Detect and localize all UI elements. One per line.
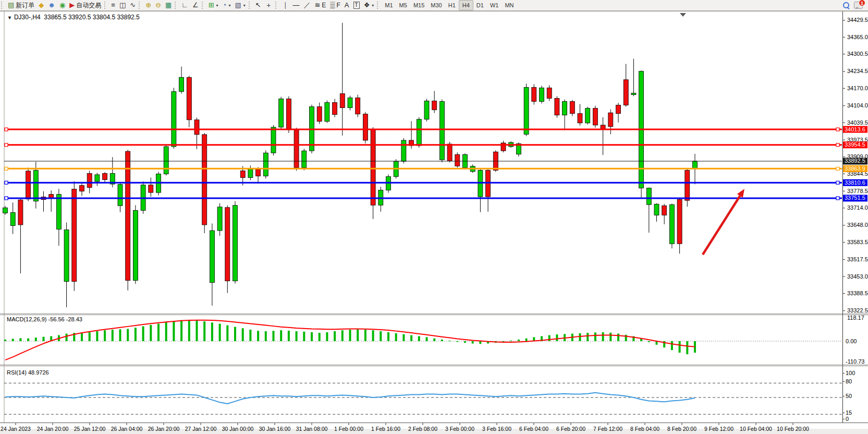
chart-collapse-icon[interactable]: ▼: [7, 15, 12, 20]
candle-body: [608, 113, 613, 127]
macd-histogram-bar: [211, 322, 213, 341]
time-tick-label: 24 Jan 20:00: [37, 426, 69, 432]
timeframe-button-h1[interactable]: H1: [445, 1, 459, 10]
macd-histogram-bar: [617, 334, 619, 341]
timeframe-button-m15[interactable]: M15: [410, 1, 427, 10]
candle-body: [164, 147, 168, 174]
level-edge-marker: [5, 143, 8, 147]
bar-chart-mode-button[interactable]: ≡: [109, 1, 117, 10]
fibonacci-tool-button-label: F: [337, 2, 340, 9]
dropdown-caret-icon: ▾: [216, 3, 218, 8]
candle-body: [333, 103, 337, 115]
candle-body: [118, 184, 123, 206]
price-level-badge-label: 33863.9: [845, 165, 865, 172]
timeframe-button-m5[interactable]: M5: [396, 1, 410, 10]
timeframe-button-d1[interactable]: D1: [473, 1, 487, 10]
candle-body: [677, 199, 682, 244]
toolbar-right-group: 1: [843, 2, 868, 9]
text-label-tool-button[interactable]: T: [351, 1, 362, 10]
equidistant-channel-tool-icon: ≋: [314, 2, 320, 9]
macd-histogram-bar: [203, 321, 205, 341]
timeframe-button-w1[interactable]: W1: [487, 1, 502, 10]
timeframe-button-h4[interactable]: H4: [459, 0, 473, 10]
level-edge-marker: [836, 128, 839, 131]
crosshair-tool-button[interactable]: ＋: [263, 1, 274, 10]
macd-histogram-bar: [372, 330, 374, 341]
candle-body: [432, 101, 437, 110]
macd-histogram-bar: [249, 330, 251, 341]
candle-body: [631, 93, 636, 94]
candle-body: [348, 98, 352, 107]
zoom-out-button[interactable]: ⊖: [153, 1, 163, 10]
line-chart-mode-button[interactable]: ∿: [128, 1, 138, 10]
trendline-tool-button[interactable]: ／: [301, 1, 312, 10]
candle-body: [286, 99, 291, 129]
arrows-tool-button[interactable]: ❖▾: [362, 1, 376, 10]
chart-template-button[interactable]: ▧▾: [233, 1, 247, 10]
candle-body: [26, 171, 31, 199]
search-icon[interactable]: [843, 2, 850, 9]
candle-body: [149, 185, 153, 193]
chart-area[interactable]: 34429.534365.034300.534234.534170.034104…: [0, 0, 868, 434]
toolbar-drag-handle: [202, 2, 205, 9]
indicators-window-button[interactable]: ∟: [179, 1, 190, 10]
price-tick-label: 34039.5: [847, 119, 868, 126]
candle-body: [547, 88, 552, 98]
time-tick-label: 31 Jan 08:00: [296, 426, 328, 432]
cursor-tool-button[interactable]: ↖: [253, 1, 263, 10]
notifications-icon[interactable]: 1: [854, 2, 863, 9]
signals-button[interactable]: ◉: [57, 1, 67, 10]
macd-histogram-bar: [4, 340, 6, 341]
vertical-line-tool-button[interactable]: ｜: [280, 1, 291, 10]
candle-body: [294, 130, 299, 167]
chart-profiles-button[interactable]: ◆: [36, 1, 46, 10]
candle-body: [317, 107, 322, 122]
candle-body: [439, 102, 444, 160]
candle-body: [263, 153, 268, 176]
candle-body: [248, 169, 253, 177]
candle-body: [279, 99, 284, 127]
objects-window-button[interactable]: ∠: [190, 1, 201, 10]
candle-body: [585, 108, 590, 123]
macd-histogram-bar: [380, 331, 382, 341]
time-tick-label: 24 Jan 2023: [1, 426, 31, 432]
candle-body: [646, 188, 651, 205]
auto-trading-button[interactable]: ▶自动交易: [67, 1, 103, 10]
equidistant-channel-tool-button[interactable]: ≋E: [312, 1, 328, 10]
timeframe-button-m30[interactable]: M30: [427, 1, 445, 10]
time-tick-label: 9 Feb 12:00: [704, 426, 733, 432]
horizontal-line-tool-button[interactable]: —: [290, 1, 301, 10]
clock-button[interactable]: ◔▾: [221, 1, 233, 10]
candle-body: [455, 154, 460, 166]
time-tick-label: 3 Feb 00:00: [445, 426, 474, 432]
macd-histogram-bar: [334, 331, 336, 341]
new-order-button-label: 新订单: [16, 1, 34, 10]
level-edge-marker: [836, 197, 839, 200]
time-tick-label: 10 Feb 20:00: [777, 426, 809, 432]
fibonacci-tool-button[interactable]: ▒F: [328, 1, 343, 10]
notification-badge: 1: [859, 0, 865, 6]
text-tool-button[interactable]: A: [343, 1, 351, 10]
rsi-axis-label: 80: [846, 378, 852, 384]
crosshair-tool-icon: ＋: [265, 2, 272, 9]
timeframe-button-m1[interactable]: M1: [382, 1, 396, 10]
timeframe-button-mn[interactable]: MN: [502, 1, 517, 10]
candlestick-mode-button[interactable]: ◫: [117, 1, 128, 10]
macd-histogram-bar: [648, 341, 650, 342]
zoom-in-button[interactable]: ⊕: [143, 1, 153, 10]
price-level-badge-label: 33810.6: [845, 179, 865, 186]
time-tick-label: 6 Feb 04:00: [519, 426, 548, 432]
tile-windows-button[interactable]: ▦: [163, 1, 174, 10]
new-chart-button[interactable]: ⊞▾: [206, 1, 221, 10]
level-edge-marker: [5, 167, 8, 170]
macd-histogram-bar: [165, 322, 167, 341]
macd-histogram-bar: [104, 330, 106, 341]
market-watch-button[interactable]: ☻: [46, 1, 57, 10]
candle-body: [302, 151, 307, 167]
new-order-icon: ▤: [8, 2, 14, 9]
price-tick-label: 33517.5: [847, 256, 868, 262]
new-order-button[interactable]: ▤新订单: [6, 1, 36, 10]
macd-axis-max: 118.17: [847, 315, 864, 321]
horizontal-line-tool-icon: —: [292, 2, 299, 9]
macd-histogram-bar: [387, 332, 389, 341]
